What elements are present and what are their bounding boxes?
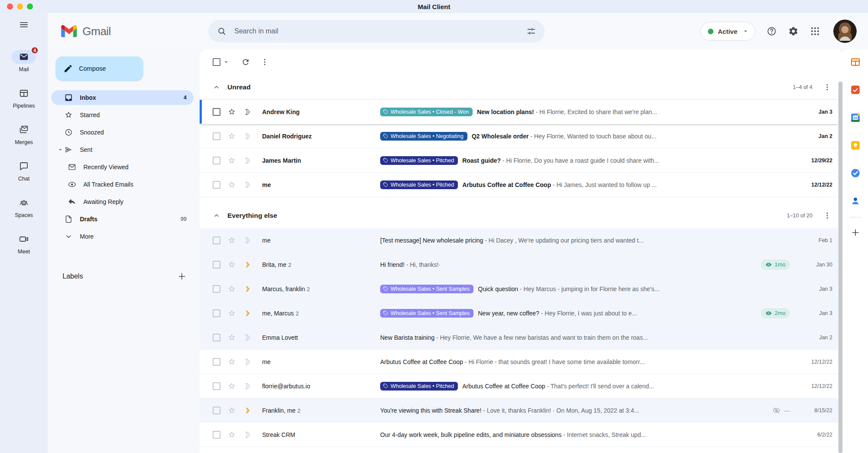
compose-button[interactable]: Compose [56, 56, 143, 81]
minimize-window-button[interactable] [17, 3, 23, 10]
streak-box-icon[interactable] [243, 406, 252, 415]
streak-box-icon[interactable] [243, 358, 252, 366]
email-row[interactable]: meArbutus Coffee at Coffee Coop - Hi Flo… [200, 350, 843, 374]
help-icon[interactable] [766, 26, 777, 36]
sidebar-item-drafts[interactable]: Drafts99 [51, 212, 194, 226]
add-label-icon[interactable] [177, 272, 187, 281]
search-options-icon[interactable] [526, 26, 536, 36]
tasks-icon[interactable] [850, 167, 861, 179]
add-icon[interactable] [851, 228, 860, 237]
status-selector[interactable]: Active [700, 22, 755, 41]
row-checkbox[interactable] [213, 132, 220, 140]
avatar[interactable] [833, 20, 857, 43]
scrollbar-thumb[interactable] [838, 82, 842, 453]
streak-box-icon[interactable] [243, 260, 252, 269]
star-icon[interactable] [227, 108, 236, 116]
star-icon[interactable] [227, 132, 236, 141]
sidebar-item-more[interactable]: More [51, 229, 194, 244]
sidebar-item-starred[interactable]: Starred [51, 108, 194, 122]
star-icon[interactable] [227, 333, 236, 342]
collapse-section-icon[interactable] [213, 212, 220, 220]
streak-box-icon[interactable] [243, 132, 252, 141]
settings-gear-icon[interactable] [788, 26, 799, 36]
vertical-scrollbar[interactable] [838, 82, 843, 453]
row-checkbox[interactable] [213, 261, 220, 269]
rail-item-pipelines[interactable]: Pipelines [12, 86, 36, 109]
star-icon[interactable] [227, 285, 236, 293]
main-menu-icon[interactable] [19, 20, 29, 30]
streak-box-icon[interactable] [243, 382, 252, 391]
email-row[interactable]: Andrew KingWholesale Sales • Closed - Wo… [200, 100, 843, 124]
row-checkbox[interactable] [213, 309, 220, 317]
star-icon[interactable] [227, 358, 236, 366]
select-all-checkbox[interactable] [213, 58, 220, 66]
streak-box-icon[interactable] [243, 309, 252, 318]
star-icon[interactable] [227, 156, 236, 165]
expand-caret-icon[interactable] [56, 146, 64, 153]
sidebar-item-all-tracked-emails[interactable]: All Tracked Emails [51, 177, 194, 192]
row-checkbox[interactable] [213, 407, 220, 414]
maximize-window-button[interactable] [27, 3, 33, 10]
contacts-icon[interactable] [850, 195, 861, 207]
sidebar-item-awaiting-reply[interactable]: Awaiting Reply [51, 194, 194, 209]
star-icon[interactable] [227, 430, 236, 439]
streak-pipelines-icon[interactable] [850, 56, 861, 68]
sidebar-item-sent[interactable]: Sent [51, 142, 194, 157]
row-checkbox[interactable] [213, 382, 220, 390]
sidebar-item-recently-viewed[interactable]: Recently Viewed [51, 160, 194, 174]
star-icon[interactable] [227, 181, 236, 189]
star-icon[interactable] [227, 406, 236, 415]
streak-box-icon[interactable] [243, 236, 252, 245]
email-row[interactable]: Marcus, franklin2Wholesale Sales • Sent … [200, 277, 843, 301]
row-checkbox[interactable] [213, 236, 220, 244]
star-icon[interactable] [227, 309, 236, 318]
email-row[interactable]: Daniel RodriguezWholesale Sales • Negoti… [200, 124, 843, 148]
section-more-icon[interactable] [823, 83, 832, 92]
streak-box-icon[interactable] [243, 156, 252, 165]
calendar-icon[interactable]: 31 [850, 112, 861, 123]
email-row[interactable]: florrie@arbutus.ioWholesale Sales • Pitc… [200, 374, 843, 398]
rail-item-meet[interactable]: Meet [12, 232, 36, 255]
row-checkbox[interactable] [213, 181, 220, 189]
row-checkbox[interactable] [213, 285, 220, 293]
keep-icon[interactable] [850, 140, 861, 151]
gmail-logo[interactable]: Gmail [61, 25, 126, 38]
streak-box-icon[interactable] [243, 181, 252, 189]
streak-box-icon[interactable] [243, 430, 252, 439]
rail-item-mail[interactable]: 4Mail [12, 50, 36, 72]
email-row[interactable]: James MartinWholesale Sales • PitchedRoa… [200, 148, 843, 173]
email-row[interactable]: Emma LovettNew Barista training - Hey Fl… [200, 325, 843, 350]
section-more-icon[interactable] [823, 211, 832, 220]
streak-box-icon[interactable] [243, 285, 252, 293]
star-icon[interactable] [227, 260, 236, 269]
email-row[interactable]: me, Marcus2Wholesale Sales • Sent Sample… [200, 301, 843, 325]
email-row[interactable]: me[Test message] New wholesale pricing -… [200, 228, 843, 253]
rail-item-spaces[interactable]: Spaces [12, 196, 36, 218]
streak-mail-icon[interactable] [850, 84, 861, 95]
rail-item-merges[interactable]: Merges [12, 123, 36, 145]
close-window-button[interactable] [7, 3, 13, 10]
row-checkbox[interactable] [213, 157, 220, 164]
row-checkbox[interactable] [213, 108, 220, 116]
search-input[interactable] [233, 27, 526, 36]
star-icon[interactable] [227, 382, 236, 391]
email-row[interactable]: Streak CRMOur 4-day work week, bulk pipe… [200, 423, 843, 447]
collapse-section-icon[interactable] [213, 83, 220, 91]
google-apps-icon[interactable] [810, 26, 820, 36]
email-row[interactable]: Brita, me2Hi friend! - Hi, thanks!·1moJa… [200, 253, 843, 277]
select-caret-icon[interactable] [222, 58, 230, 66]
streak-box-icon[interactable] [243, 333, 252, 342]
star-icon[interactable] [227, 236, 236, 245]
row-checkbox[interactable] [213, 334, 220, 341]
streak-box-icon[interactable] [243, 108, 252, 116]
row-checkbox[interactable] [213, 431, 220, 439]
rail-item-chat[interactable]: Chat [12, 159, 36, 182]
refresh-icon[interactable] [241, 58, 250, 66]
search-icon[interactable] [217, 26, 227, 36]
email-row[interactable]: Franklin, me2You're viewing this with St… [200, 398, 843, 423]
sidebar-item-snoozed[interactable]: Snoozed [51, 125, 194, 140]
more-options-icon[interactable] [260, 58, 269, 66]
email-row[interactable]: meWholesale Sales • PitchedArbutus Coffe… [200, 173, 843, 197]
sidebar-item-inbox[interactable]: Inbox4 [51, 90, 194, 105]
row-checkbox[interactable] [213, 358, 220, 366]
